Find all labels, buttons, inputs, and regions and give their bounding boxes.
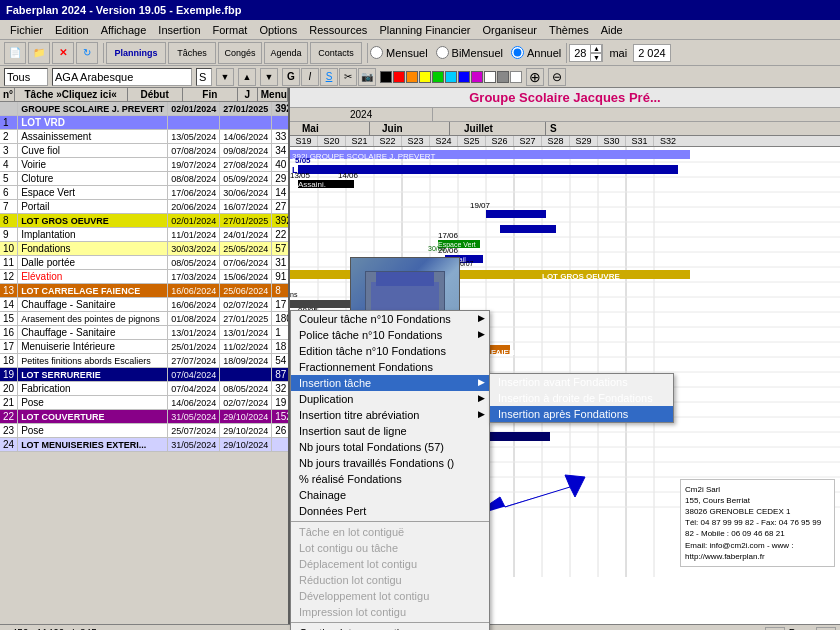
- page-down[interactable]: ▼: [590, 53, 602, 62]
- table-row: 18 Petites finitions abords Escaliers 27…: [0, 354, 288, 368]
- cell-debut: 07/04/2024: [168, 382, 220, 396]
- italic-btn[interactable]: I: [301, 68, 319, 86]
- search-input[interactable]: [52, 68, 192, 86]
- ctx-duplication[interactable]: Duplication: [291, 391, 489, 407]
- col-task[interactable]: Tâche »Cliquez ici«: [15, 88, 128, 101]
- agenda-btn[interactable]: Agenda: [264, 42, 308, 64]
- cell-name: Fondations: [18, 242, 168, 256]
- cell-name: LOT MENUISERIES EXTERI...: [18, 438, 168, 452]
- menu-insertion[interactable]: Insertion: [152, 23, 206, 37]
- underline-btn[interactable]: S: [320, 68, 338, 86]
- cell-j: 32: [272, 382, 288, 396]
- camera-btn[interactable]: 📷: [358, 68, 376, 86]
- ctx-chainage[interactable]: Chainage: [291, 487, 489, 503]
- gantt-year: 2024: [290, 108, 433, 121]
- annuel-radio[interactable]: Annuel: [511, 46, 561, 59]
- menu-planning-financier[interactable]: Planning Financier: [373, 23, 476, 37]
- insertion-submenu[interactable]: Insertion avant Fondations Insertion à d…: [489, 373, 674, 423]
- color-magenta[interactable]: [471, 71, 483, 83]
- plannings-btn[interactable]: Plannings: [106, 42, 166, 64]
- color-extra[interactable]: [510, 71, 522, 83]
- filter-all-input[interactable]: [4, 68, 48, 86]
- ctx-nb-jours-travailles[interactable]: Nb jours travaillés Fondations (): [291, 455, 489, 471]
- cell-fin: 25/06/2024: [220, 284, 272, 298]
- cell-debut: 25/01/2024: [168, 340, 220, 354]
- cell-name: Menuiserie Intérieure: [18, 340, 168, 354]
- filter-dropdown-btn[interactable]: ▼: [216, 68, 234, 86]
- info-company: Cm2i Sarl: [685, 484, 830, 495]
- gantt-month-mai: Mai: [290, 122, 370, 135]
- refresh-button[interactable]: ↻: [76, 42, 98, 64]
- ctx-saut-ligne[interactable]: Insertion saut de ligne: [291, 423, 489, 439]
- cell-name: Cloture: [18, 172, 168, 186]
- ctx-insertion-tache[interactable]: Insertion tâche Insertion avant Fondatio…: [291, 375, 489, 391]
- gantt-month-juin: Juin: [370, 122, 450, 135]
- color-black[interactable]: [380, 71, 392, 83]
- color-white[interactable]: [484, 71, 496, 83]
- color-yellow[interactable]: [419, 71, 431, 83]
- cell-fin: [220, 116, 272, 130]
- ctx-insert-titre[interactable]: Insertion titre abréviation: [291, 407, 489, 423]
- mensuel-radio[interactable]: Mensuel: [370, 46, 428, 59]
- bimensuel-radio[interactable]: BiMensuel: [436, 46, 503, 59]
- menu-themes[interactable]: Thèmes: [543, 23, 595, 37]
- color-red[interactable]: [393, 71, 405, 83]
- info-address1: 155, Cours Berriat: [685, 495, 830, 506]
- cell-debut: 30/03/2024: [168, 242, 220, 256]
- ctx-donnees-pert[interactable]: Données Pert: [291, 503, 489, 519]
- info-email: Email: info@cm2i.com - www : http://www.…: [685, 540, 830, 562]
- ctx-edition[interactable]: Edition tâche n°10 Fondations: [291, 343, 489, 359]
- table-row: 15 Arasement des pointes de pignons 01/0…: [0, 312, 288, 326]
- ctx-reduction-lot: Réduction lot contigu: [291, 572, 489, 588]
- ctx-insert-avant[interactable]: Insertion avant Fondations: [490, 374, 673, 390]
- close-button[interactable]: ✕: [52, 42, 74, 64]
- ctx-police[interactable]: Police tâche n°10 Fondations: [291, 327, 489, 343]
- cell-fin: 29/10/2024: [220, 438, 272, 452]
- color-orange[interactable]: [406, 71, 418, 83]
- menubar: Fichier Edition Affichage Insertion Form…: [0, 20, 840, 40]
- cell-num: 21: [0, 396, 18, 410]
- strikethrough-btn[interactable]: ✂: [339, 68, 357, 86]
- new-button[interactable]: 📄: [4, 42, 26, 64]
- ctx-insert-apres[interactable]: Insertion après Fondations: [490, 406, 673, 422]
- menu-edition[interactable]: Edition: [49, 23, 95, 37]
- ctx-nb-jours-total[interactable]: Nb jours total Fondations (57): [291, 439, 489, 455]
- color-cyan[interactable]: [445, 71, 457, 83]
- menu-aide[interactable]: Aide: [595, 23, 629, 37]
- table-scroll[interactable]: GROUPE SCOLAIRE J. PREVERT 02/01/2024 27…: [0, 102, 288, 624]
- bold-btn[interactable]: G: [282, 68, 300, 86]
- ctx-gestion-lot[interactable]: Gestion lot non contigu: [291, 625, 489, 630]
- cell-fin: 11/02/2024: [220, 340, 272, 354]
- zoom-out-btn[interactable]: ⊖: [548, 68, 566, 86]
- search-s-input[interactable]: [196, 68, 212, 86]
- ctx-fractionnement[interactable]: Fractionnement Fondations: [291, 359, 489, 375]
- menu-format[interactable]: Format: [207, 23, 254, 37]
- cell-j: 54: [272, 354, 288, 368]
- page-up[interactable]: ▲: [590, 44, 602, 53]
- color-gray[interactable]: [497, 71, 509, 83]
- menu-organiseur[interactable]: Organiseur: [477, 23, 543, 37]
- menu-fichier[interactable]: Fichier: [4, 23, 49, 37]
- color-blue[interactable]: [458, 71, 470, 83]
- taches-btn[interactable]: Tâches: [168, 42, 216, 64]
- cell-debut: 01/08/2024: [168, 312, 220, 326]
- color-green[interactable]: [432, 71, 444, 83]
- ctx-couleur[interactable]: Couleur tâche n°10 Fondations: [291, 311, 489, 327]
- cell-name: Elévation: [18, 270, 168, 284]
- filter-up-btn[interactable]: ▲: [238, 68, 256, 86]
- ctx-pct-realise[interactable]: % réalisé Fondations: [291, 471, 489, 487]
- zoom-in-btn[interactable]: ⊕: [526, 68, 544, 86]
- menu-affichage[interactable]: Affichage: [95, 23, 153, 37]
- filter-down-btn[interactable]: ▼: [260, 68, 278, 86]
- menu-options[interactable]: Options: [253, 23, 303, 37]
- ctx-developpement-lot: Développement lot contigu: [291, 588, 489, 604]
- contacts-btn[interactable]: Contacts: [310, 42, 362, 64]
- context-menu[interactable]: Couleur tâche n°10 Fondations Police tâc…: [290, 310, 490, 630]
- menu-ressources[interactable]: Ressources: [303, 23, 373, 37]
- conges-btn[interactable]: Congés: [218, 42, 262, 64]
- ctx-insert-droite[interactable]: Insertion à droite de Fondations: [490, 390, 673, 406]
- open-button[interactable]: 📁: [28, 42, 50, 64]
- cell-debut: 19/07/2024: [168, 158, 220, 172]
- gantt-title: Groupe Scolaire Jacques Pré...: [469, 90, 660, 105]
- label-voirie-date: 19/07: [470, 201, 491, 210]
